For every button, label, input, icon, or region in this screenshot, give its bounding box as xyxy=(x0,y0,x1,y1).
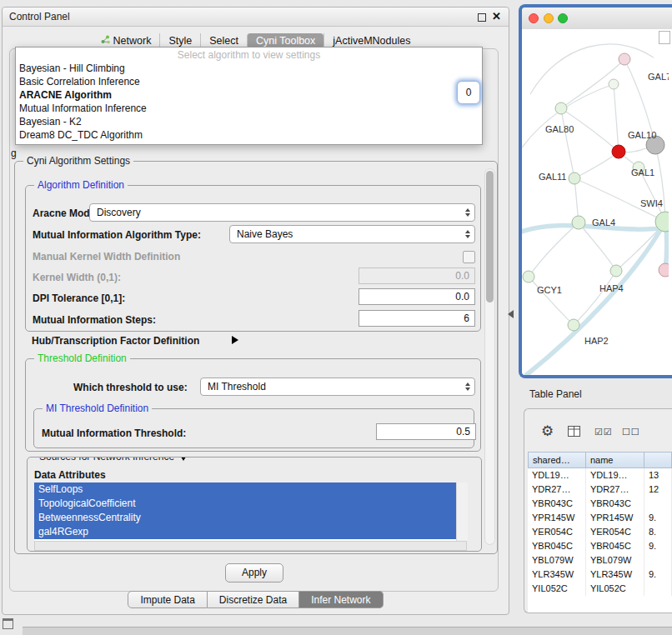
table-row[interactable]: YBR045CYBR045C9. xyxy=(528,539,672,553)
algorithm-option-bayesian-hill-climbing[interactable]: Bayesian - Hill Climbing xyxy=(16,62,482,75)
table-cell: YPR145W xyxy=(528,511,586,525)
which-threshold-value: MI Threshold xyxy=(208,381,266,392)
data-attributes-list[interactable]: SelfLoopsTopologicalCoefficientBetweenne… xyxy=(34,482,467,541)
zoom-traffic-light-icon[interactable] xyxy=(558,13,568,23)
network-window-titlebar[interactable] xyxy=(522,8,672,30)
svg-text:GAL7: GAL7 xyxy=(648,72,669,82)
column-header-name[interactable]: name xyxy=(586,452,644,468)
settings-scrollbar[interactable] xyxy=(484,168,495,545)
close-traffic-light-icon[interactable] xyxy=(529,13,539,23)
bottom-tab-bar: Impute DataDiscretize DataInfer Network xyxy=(3,591,509,608)
table-cell: YDR27… xyxy=(586,482,644,497)
table-panel-window: ⚙ ☑☑ ☐☐ shared…name YDL19…YDL19…13YDR27…… xyxy=(524,408,672,613)
algorithm-option-aracne-algorithm[interactable]: ARACNE Algorithm xyxy=(16,88,482,102)
close-window-icon[interactable]: ✕ xyxy=(492,10,501,22)
svg-text:GAL4: GAL4 xyxy=(592,218,615,228)
tab-label: Select xyxy=(209,35,238,47)
cyni-algorithm-settings-group: Cyni Algorithm Settings Algorithm Defini… xyxy=(14,161,498,554)
kernel-width-field: 0.0 xyxy=(359,268,475,284)
attributes-hscrollbar[interactable] xyxy=(34,541,467,551)
algorithm-option-basic-correlation-inference[interactable]: Basic Correlation Inference xyxy=(16,75,482,88)
table-cell xyxy=(644,553,672,568)
sources-group: Sources for Network Inference Data Attri… xyxy=(27,457,482,552)
mi-type-select[interactable]: Naive Bayes xyxy=(229,225,475,243)
table-panel-title: Table Panel xyxy=(529,388,582,400)
network-canvas[interactable]: GAL80GAL10GAL11GAL1SWI4GAL4GCY1HAP4HAP2G… xyxy=(522,29,672,375)
algorithm-option-mutual-information-inference[interactable]: Mutual Information Inference xyxy=(16,102,482,115)
minimize-traffic-light-icon[interactable] xyxy=(544,13,554,23)
manual-kernel-checkbox[interactable] xyxy=(463,251,475,263)
unchecked-rows-icon[interactable]: ☐☐ xyxy=(622,427,640,438)
which-threshold-select[interactable]: MI Threshold xyxy=(200,378,475,396)
dropdown-stepper-icon xyxy=(465,204,470,221)
scroll-corner xyxy=(659,31,670,44)
svg-text:GAL80: GAL80 xyxy=(545,124,574,134)
columns-icon[interactable] xyxy=(568,426,580,439)
apply-button[interactable]: Apply xyxy=(225,563,283,582)
aracne-mode-select[interactable]: Discovery xyxy=(89,203,475,222)
control-panel-titlebar[interactable]: Control Panel ✕ xyxy=(3,8,509,27)
attribute-item-betweennesscentrality[interactable]: BetweennessCentrality xyxy=(34,511,467,525)
docked-panel-icon[interactable] xyxy=(3,618,13,629)
table-cell: 12 xyxy=(644,482,672,497)
table-row[interactable]: YER054CYER054C8. xyxy=(528,525,672,539)
dropdown-stepper-icon xyxy=(465,378,470,395)
hub-section-label[interactable]: Hub/Transcription Factor Definition xyxy=(32,335,199,347)
table-row[interactable]: YDL19…YDL19…13 xyxy=(528,468,672,482)
svg-text:GAL11: GAL11 xyxy=(539,172,566,182)
table-cell: YDL19… xyxy=(528,468,586,482)
table-cell: 8. xyxy=(644,525,672,539)
gear-icon[interactable]: ⚙ xyxy=(541,422,554,440)
float-window-icon[interactable] xyxy=(478,13,486,22)
table-row[interactable]: YPR145WYPR145W9. xyxy=(528,511,672,525)
table-cell: YIL052C xyxy=(586,582,644,596)
tab-label: Network xyxy=(113,35,152,47)
svg-text:GCY1: GCY1 xyxy=(537,285,562,295)
mi-threshold-label: Mutual Information Threshold: xyxy=(42,428,186,439)
table-cell: YDR27… xyxy=(528,482,586,497)
mi-steps-label: Mutual Information Steps: xyxy=(33,314,156,326)
attributes-vscrollbar[interactable] xyxy=(456,482,468,541)
table-cell: YLR345W xyxy=(528,568,586,582)
mi-threshold-definition-group: MI Threshold Definition Mutual Informati… xyxy=(33,408,474,448)
attribute-item-topologicalcoefficient[interactable]: TopologicalCoefficient xyxy=(34,497,467,511)
table-header[interactable]: shared…name xyxy=(528,452,672,468)
split-collapse-icon[interactable] xyxy=(508,310,514,318)
column-header-shared-[interactable]: shared… xyxy=(528,452,586,468)
settings-scrollbar-thumb[interactable] xyxy=(486,171,494,302)
attribute-item-gal4rgexp[interactable]: gal4RGexp xyxy=(34,525,467,539)
table-cell xyxy=(644,497,672,511)
bottom-tab-impute-data[interactable]: Impute Data xyxy=(128,591,207,608)
algorithm-option-bayesian-k2[interactable]: Bayesian - K2 xyxy=(16,115,482,128)
expand-arrow-icon[interactable] xyxy=(232,336,238,344)
algorithm-dropdown: Select algorithm to view settingsBayesia… xyxy=(15,47,483,145)
table-cell: YBR043C xyxy=(586,497,644,511)
threshold-definition-title: Threshold Definition xyxy=(34,352,130,364)
attribute-item-selfloops[interactable]: SelfLoops xyxy=(34,482,467,497)
obscured-spinner[interactable]: 0 xyxy=(457,81,480,104)
table-row[interactable]: YLR345WYLR345W9. xyxy=(528,568,672,582)
svg-text:GAL1: GAL1 xyxy=(631,168,654,178)
data-attributes-label: Data Attributes xyxy=(34,469,106,481)
table-row[interactable]: YIL052CYIL052C xyxy=(528,582,672,596)
checked-rows-icon[interactable]: ☑☑ xyxy=(594,427,613,438)
table-cell: YBR045C xyxy=(586,539,644,553)
sources-title[interactable]: Sources for Network Inference xyxy=(36,457,191,462)
table-row[interactable]: YBL079WYBL079W xyxy=(528,553,672,568)
mi-steps-field[interactable]: 6 xyxy=(359,310,475,327)
column-header-2[interactable] xyxy=(644,452,672,468)
table-rows: YDL19…YDL19…13YDR27…YDR27…12YBR043CYBR04… xyxy=(528,468,672,612)
table-cell: YIL052C xyxy=(528,582,586,596)
table-row[interactable]: YDR27…YDR27…12 xyxy=(528,482,672,497)
algorithm-option-dream8-dc-tdc-algorithm[interactable]: Dream8 DC_TDC Algorithm xyxy=(16,128,482,142)
bottom-tab-infer-network[interactable]: Infer Network xyxy=(299,591,383,608)
settings-group-title: Cyni Algorithm Settings xyxy=(23,155,133,167)
table-cell: YPR145W xyxy=(586,511,644,525)
bottom-tab-discretize-data[interactable]: Discretize Data xyxy=(208,591,299,608)
dpi-tolerance-field[interactable]: 0.0 xyxy=(359,288,475,305)
network-icon xyxy=(101,35,110,47)
mi-type-value: Naive Bayes xyxy=(237,228,293,240)
table-cell: YBR045C xyxy=(528,539,586,553)
mi-threshold-field[interactable]: 0.5 xyxy=(376,423,476,440)
table-row[interactable]: YBR043CYBR043C xyxy=(528,497,672,511)
